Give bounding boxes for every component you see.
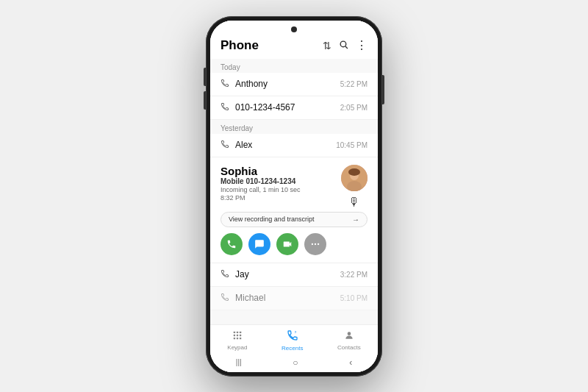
nav-keypad[interactable]: Keypad: [227, 330, 247, 351]
call-item-alex[interactable]: Alex 10:45 PM: [210, 134, 378, 157]
svg-point-5: [348, 168, 360, 176]
contact-name-michael: Michael: [235, 293, 340, 303]
call-item-unknown[interactable]: 010-1234-4567 2:05 PM: [210, 96, 378, 120]
android-nav: ||| ○ ‹: [210, 354, 378, 372]
nav-keypad-label: Keypad: [227, 344, 247, 351]
video-button[interactable]: [276, 233, 298, 255]
contact-name-alex: Alex: [235, 140, 336, 150]
svg-rect-10: [237, 331, 238, 332]
call-time-anthony: 5:22 PM: [340, 80, 368, 88]
volume-down-button: [204, 91, 206, 110]
call-item-anthony[interactable]: Anthony 5:22 PM: [210, 73, 378, 96]
svg-rect-14: [240, 334, 241, 335]
arrow-icon: →: [352, 215, 359, 224]
svg-point-0: [340, 41, 346, 47]
svg-point-7: [315, 243, 316, 244]
recent-apps-btn[interactable]: |||: [236, 358, 242, 366]
call-item-michael[interactable]: Michael 5:10 PM: [210, 287, 378, 310]
more-actions-button[interactable]: [304, 233, 326, 255]
sophia-call-detail: Incoming call, 1 min 10 sec: [220, 186, 301, 193]
nav-recents-label: Recents: [282, 345, 303, 352]
contact-name-jay: Jay: [235, 269, 340, 279]
svg-rect-9: [234, 331, 235, 332]
contact-name-number: 010-1234-4567: [235, 102, 340, 113]
nav-recents[interactable]: Recents: [282, 329, 303, 352]
filter-icon[interactable]: ⇅: [323, 40, 331, 51]
svg-rect-13: [237, 334, 238, 335]
screen-content: Phone ⇅ ⋮ Today: [210, 21, 378, 372]
svg-point-18: [348, 332, 351, 335]
contact-name-anthony: Anthony: [235, 79, 340, 89]
top-bar-icons: ⇅ ⋮: [323, 38, 368, 52]
call-in-icon-3: [220, 140, 229, 151]
mic-icon: 🎙: [348, 196, 360, 209]
sophia-name: Sophia: [220, 165, 301, 177]
contacts-icon: [344, 330, 354, 343]
sophia-avatar[interactable]: [341, 165, 368, 191]
call-time-alex: 10:45 PM: [336, 141, 368, 149]
sophia-header: Sophia Mobile 010-1234-1234 Incoming cal…: [220, 165, 368, 209]
call-in-icon: [220, 79, 229, 90]
keypad-icon: [232, 330, 243, 343]
call-time-number: 2:05 PM: [340, 104, 368, 112]
bottom-nav: Keypad Recents: [210, 324, 378, 354]
recording-label: View recording and transcript: [229, 215, 314, 223]
svg-line-1: [345, 46, 348, 48]
page-title: Phone: [220, 38, 259, 53]
call-list: Today Anthony 5:22 PM: [210, 59, 378, 324]
call-in-icon-2: [220, 102, 229, 113]
call-time-jay: 3:22 PM: [340, 271, 368, 279]
search-icon[interactable]: [339, 40, 348, 51]
call-item-jay[interactable]: Jay 3:22 PM: [210, 263, 378, 287]
svg-rect-15: [234, 337, 235, 338]
camera-notch: [291, 26, 297, 32]
nav-contacts-label: Contacts: [337, 344, 361, 351]
svg-rect-17: [240, 337, 241, 338]
call-button[interactable]: [220, 233, 243, 255]
more-icon[interactable]: ⋮: [356, 38, 368, 52]
nav-contacts[interactable]: Contacts: [337, 330, 361, 351]
svg-point-8: [318, 243, 319, 244]
message-button[interactable]: [248, 233, 270, 255]
section-today: Today: [210, 59, 378, 73]
svg-rect-11: [240, 331, 241, 332]
call-in-icon-4: [220, 269, 229, 280]
power-button: [382, 75, 384, 104]
phone-screen: Phone ⇅ ⋮ Today: [210, 21, 378, 372]
call-in-icon-5: [220, 293, 229, 304]
section-yesterday: Yesterday: [210, 120, 378, 134]
view-recording-button[interactable]: View recording and transcript →: [220, 212, 368, 227]
back-btn[interactable]: ‹: [349, 357, 352, 368]
svg-rect-12: [234, 334, 235, 335]
sophia-call-time: 8:32 PM: [220, 194, 301, 202]
call-time-michael: 5:10 PM: [340, 294, 368, 302]
phone-device: Phone ⇅ ⋮ Today: [206, 16, 382, 377]
recents-icon: [287, 329, 298, 343]
sophia-info: Sophia Mobile 010-1234-1234 Incoming cal…: [220, 165, 301, 204]
sophia-expanded-card: Sophia Mobile 010-1234-1234 Incoming cal…: [210, 157, 378, 263]
svg-rect-16: [237, 337, 238, 338]
home-btn[interactable]: ○: [293, 357, 298, 368]
sophia-number: Mobile 010-1234-1234: [220, 177, 301, 185]
svg-point-6: [312, 243, 313, 244]
volume-up-button: [204, 68, 206, 86]
sophia-action-buttons: [220, 233, 368, 255]
